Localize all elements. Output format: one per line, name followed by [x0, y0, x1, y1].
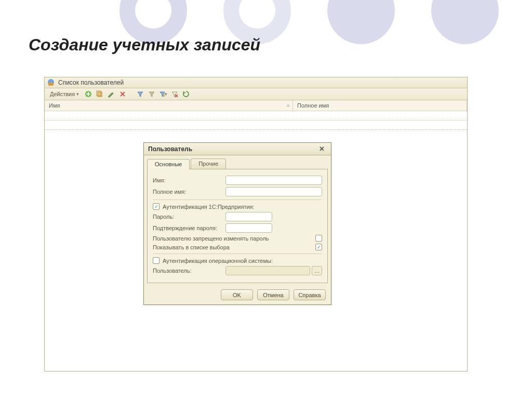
- dialog-title: Пользователь: [148, 145, 192, 153]
- os-user-field: [225, 266, 310, 275]
- filter-settings-icon[interactable]: ▾: [159, 90, 167, 98]
- row-confirm: Подтверждение пароля:: [153, 223, 322, 233]
- sort-asc-icon: ▵: [287, 102, 289, 108]
- auth-1c-checkbox[interactable]: ✓: [153, 203, 159, 210]
- grid-row-empty: [45, 111, 467, 121]
- cancel-button[interactable]: Отмена: [257, 289, 289, 300]
- row-auth-os: Аутентификация операционной системы:: [153, 257, 322, 264]
- label-name: Имя:: [153, 177, 225, 183]
- row-forbid-change: Пользователю запрещено изменять пароль: [153, 235, 322, 242]
- label-auth-1c: Аутентификация 1С:Предприятия:: [163, 204, 255, 210]
- tab-main[interactable]: Основные: [147, 159, 190, 169]
- svg-rect-1: [98, 92, 102, 97]
- show-in-list-checkbox[interactable]: ✓: [315, 244, 322, 250]
- column-fullname-label: Полное имя: [297, 102, 329, 109]
- close-icon[interactable]: ✕: [317, 145, 327, 153]
- column-name-label: Имя: [49, 102, 60, 109]
- user-list-columns: Имя ▵ Полное имя: [45, 100, 467, 111]
- row-show-in-list: Показывать в списке выбора ✓: [153, 244, 322, 250]
- label-auth-os: Аутентификация операционной системы:: [163, 258, 273, 264]
- actions-menu-button[interactable]: Действия ▾: [48, 90, 81, 98]
- row-auth-1c: ✓ Аутентификация 1С:Предприятия:: [153, 203, 322, 210]
- page-title: Создание учетных записей: [29, 35, 260, 55]
- filter-off-icon[interactable]: [148, 90, 156, 98]
- name-field[interactable]: [225, 176, 322, 185]
- chevron-down-icon: ▾: [76, 91, 79, 97]
- user-list-toolbar: Действия ▾ ▾: [45, 88, 467, 100]
- copy-icon[interactable]: [96, 90, 104, 98]
- dialog-buttons: OK Отмена Справка: [144, 286, 331, 304]
- user-list-titlebar: Список пользователей: [45, 77, 467, 88]
- delete-icon[interactable]: [118, 90, 127, 98]
- dialog-tabs: Основные Прочие: [144, 155, 331, 169]
- edit-icon[interactable]: [107, 90, 115, 98]
- confirm-password-field[interactable]: [225, 223, 272, 233]
- fullname-field[interactable]: [225, 187, 322, 196]
- label-fullname: Полное имя:: [153, 189, 225, 195]
- forbid-change-checkbox[interactable]: [315, 235, 322, 242]
- label-password: Пароль:: [153, 214, 225, 220]
- column-header-name[interactable]: Имя ▵: [45, 100, 293, 111]
- password-field[interactable]: [225, 212, 272, 221]
- decor-circle: [327, 0, 395, 44]
- filter-icon[interactable]: [136, 90, 144, 98]
- actions-menu-label: Действия: [50, 91, 75, 97]
- refresh-icon[interactable]: [182, 90, 190, 98]
- help-button[interactable]: Справка: [294, 289, 326, 300]
- row-fullname: Полное имя:: [153, 187, 322, 196]
- browse-os-user-button[interactable]: …: [312, 266, 322, 275]
- grid-row-empty: [45, 121, 467, 130]
- dialog-titlebar: Пользователь ✕: [144, 143, 331, 155]
- row-os-user: Пользователь: …: [153, 266, 322, 275]
- chevron-down-icon: ▾: [165, 91, 167, 97]
- label-confirm: Подтверждение пароля:: [153, 225, 225, 231]
- dialog-body: Имя: Полное имя: ✓ Аутентификация 1С:Пре…: [147, 169, 328, 283]
- decor-circle: [431, 0, 499, 44]
- add-icon[interactable]: [84, 90, 92, 98]
- user-icon: [48, 79, 55, 86]
- row-name: Имя:: [153, 176, 322, 185]
- ok-button[interactable]: OK: [221, 289, 253, 300]
- user-list-title: Список пользователей: [58, 79, 124, 86]
- separator: [153, 200, 322, 200]
- filter-clear-icon[interactable]: [170, 90, 179, 98]
- separator: [153, 254, 322, 254]
- column-header-fullname[interactable]: Полное имя: [293, 100, 467, 111]
- label-forbid-change: Пользователю запрещено изменять пароль: [153, 235, 269, 242]
- auth-os-checkbox[interactable]: [153, 257, 159, 264]
- user-dialog: Пользователь ✕ Основные Прочие Имя: Полн…: [143, 142, 331, 305]
- row-password: Пароль:: [153, 212, 322, 221]
- label-os-user: Пользователь:: [153, 268, 225, 274]
- label-show-in-list: Показывать в списке выбора: [153, 244, 230, 250]
- tab-other[interactable]: Прочие: [191, 158, 226, 169]
